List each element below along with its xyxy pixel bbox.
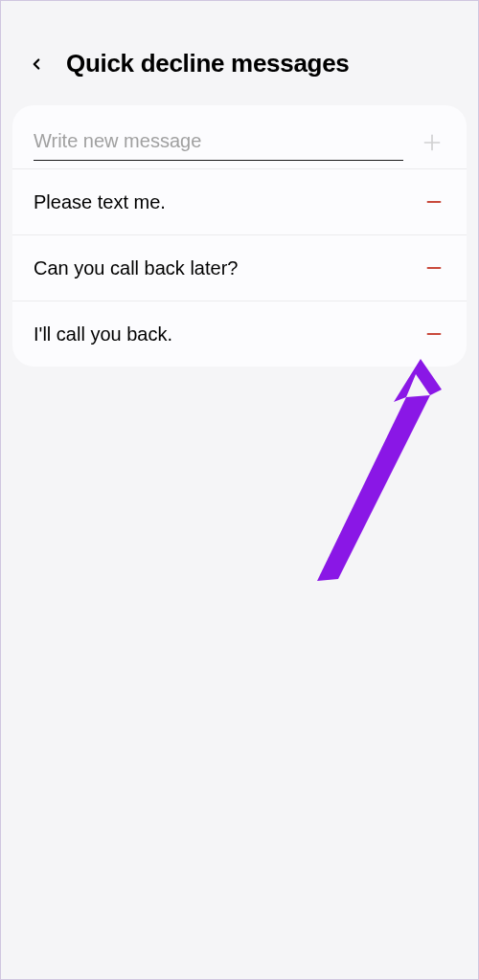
messages-card: Please text me. Can you call back later?… bbox=[12, 105, 467, 367]
back-icon[interactable] bbox=[26, 54, 47, 75]
header: Quick decline messages bbox=[1, 1, 478, 105]
message-row: Please text me. bbox=[12, 168, 467, 234]
page-title: Quick decline messages bbox=[66, 49, 349, 78]
new-message-input[interactable] bbox=[34, 124, 403, 161]
svg-marker-6 bbox=[317, 395, 430, 581]
message-row: Can you call back later? bbox=[12, 234, 467, 301]
remove-icon[interactable] bbox=[422, 256, 445, 279]
new-message-row bbox=[12, 105, 467, 168]
message-text: I'll call you back. bbox=[34, 323, 172, 345]
input-wrapper bbox=[34, 124, 403, 161]
remove-icon[interactable] bbox=[422, 323, 445, 345]
annotation-arrow bbox=[308, 359, 451, 592]
message-text: Can you call back later? bbox=[34, 257, 238, 279]
remove-icon[interactable] bbox=[422, 190, 445, 213]
add-icon[interactable] bbox=[419, 129, 445, 156]
message-row: I'll call you back. bbox=[12, 301, 467, 367]
message-text: Please text me. bbox=[34, 191, 166, 213]
